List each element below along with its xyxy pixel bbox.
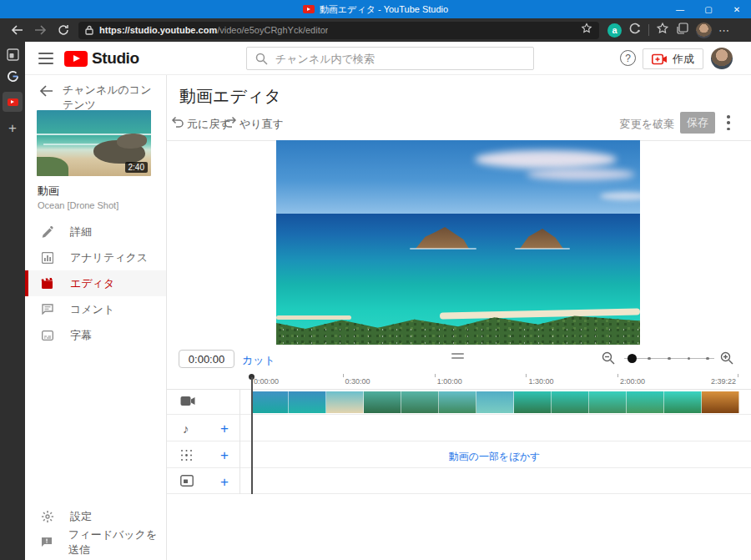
refresh-icon[interactable] (52, 20, 75, 40)
sidebar-item-feedback[interactable]: フィードバックを送信 (25, 529, 166, 555)
analytics-icon (40, 252, 54, 264)
timeline-tracks: ♪ + + 動画の一部をぼかす + (167, 390, 751, 494)
back-icon[interactable] (5, 20, 28, 40)
music-note-icon: ♪ (183, 421, 189, 436)
browser-profile-avatar[interactable] (696, 23, 712, 38)
sidebar-item-analytics[interactable]: アナリティクス (25, 245, 166, 270)
thumb-rocks (117, 134, 147, 149)
timeline-controls: 0:00:00 カット (167, 345, 751, 372)
video-track[interactable] (167, 390, 751, 415)
timeline-ruler[interactable]: 0:00:00 0:30:00 1:00:00 1:30:00 2:00:00 … (167, 371, 751, 390)
zoom-slider-dot[interactable] (706, 357, 709, 361)
create-button[interactable]: 作成 (643, 48, 703, 69)
video-kind-label: 動画 (38, 184, 59, 199)
zoom-in-icon[interactable] (720, 351, 733, 368)
playhead-line[interactable] (251, 377, 253, 494)
studio-logo[interactable]: Studio (64, 49, 139, 68)
redo-icon[interactable] (224, 116, 237, 131)
zoom-slider-dot[interactable] (648, 357, 651, 361)
add-endscreen-button[interactable]: + (217, 475, 232, 489)
gear-icon (40, 511, 54, 522)
filmstrip-frame[interactable] (289, 391, 326, 413)
favorites-icon[interactable] (656, 22, 669, 38)
zoom-out-icon[interactable] (602, 351, 615, 368)
sidebar-item-comments[interactable]: コメント (25, 296, 166, 322)
pencil-icon (40, 226, 54, 238)
filmstrip[interactable] (251, 391, 739, 413)
ruler-tick: 2:00:00 (617, 374, 618, 377)
audio-track[interactable]: ♪ + (167, 415, 751, 441)
sidebar-item-label: 設定 (70, 509, 92, 524)
filmstrip-frame[interactable] (664, 391, 702, 413)
new-tab-plus-icon[interactable]: + (8, 121, 17, 135)
videocam-icon (180, 395, 195, 410)
help-icon[interactable]: ? (620, 50, 636, 66)
sidebar-item-editor[interactable]: エディタ (25, 270, 166, 296)
filmstrip-frame[interactable] (439, 391, 476, 413)
video-title-label: Ocean [Drone Shot] (38, 200, 118, 210)
kebab-menu-icon[interactable] (723, 114, 734, 131)
tab-pane-icon[interactable] (7, 48, 19, 61)
search-input[interactable] (275, 53, 525, 65)
settings-more-icon[interactable]: ⋯ (718, 24, 730, 37)
forward-icon[interactable] (28, 20, 52, 40)
back-arrow-icon[interactable] (39, 85, 53, 100)
sidebar-item-details[interactable]: 詳細 (25, 219, 166, 245)
menu-hamburger-icon[interactable] (38, 53, 53, 64)
filmstrip-frame[interactable] (514, 391, 552, 413)
save-button[interactable]: 保存 (680, 112, 715, 134)
browser-navbar: https://studio.youtube.com/video/e5oyCRg… (0, 18, 751, 42)
filmstrip-frame[interactable] (627, 391, 664, 413)
filmstrip-frame[interactable] (401, 391, 439, 413)
cloud (527, 169, 635, 180)
minimize-button[interactable]: — (666, 0, 694, 18)
zoom-slider-dot[interactable] (668, 357, 671, 361)
create-button-label: 作成 (673, 52, 694, 67)
endscreen-track[interactable]: + (167, 468, 751, 494)
cut-button[interactable]: カット (242, 353, 275, 368)
filmstrip-frame[interactable] (476, 391, 514, 413)
timecode-input[interactable]: 0:00:00 (179, 350, 234, 368)
zoom-slider-track[interactable] (624, 358, 714, 359)
studio-header: Studio ? 作成 (25, 42, 751, 75)
filmstrip-frame[interactable] (251, 391, 289, 413)
window-controls: — ▢ ✕ (666, 0, 751, 18)
sidebar-menu: 詳細 アナリティクス エディタ コメント 字幕 (25, 219, 166, 348)
studio-logo-text: Studio (92, 49, 139, 68)
google-tab-icon[interactable] (7, 70, 19, 83)
video-preview[interactable] (276, 140, 640, 345)
account-avatar[interactable] (711, 48, 733, 69)
channel-content-label[interactable]: チャンネルのコンテンツ (63, 83, 159, 112)
extension-c-icon[interactable] (628, 22, 642, 38)
filmstrip-frame[interactable] (589, 391, 627, 413)
add-audio-button[interactable]: + (217, 421, 232, 436)
youtube-tab-icon (8, 98, 18, 106)
close-button[interactable]: ✕ (723, 0, 751, 18)
zoom-slider-dot[interactable] (688, 357, 691, 361)
redo-label[interactable]: やり直す (239, 117, 284, 132)
sidebar-item-settings[interactable]: 設定 (25, 503, 166, 529)
extension-a-icon[interactable]: a (607, 23, 622, 38)
maximize-button[interactable]: ▢ (694, 0, 723, 18)
youtube-tab-active[interactable] (3, 92, 23, 112)
filmstrip-frame[interactable] (702, 391, 739, 413)
collections-icon[interactable] (676, 22, 689, 38)
blur-video-link[interactable]: 動画の一部をぼかす (251, 450, 738, 464)
zoom-slider-knob[interactable] (628, 354, 637, 363)
add-blur-button[interactable]: + (217, 448, 232, 462)
youtube-favicon-icon (303, 5, 315, 13)
blur-track[interactable]: + 動画の一部をぼかす (167, 441, 751, 468)
discard-changes-button[interactable]: 変更を破棄 (620, 117, 674, 132)
browser-tab[interactable]: 動画エディタ - YouTube Studio (0, 0, 751, 18)
undo-icon[interactable] (171, 116, 184, 131)
panel-drag-handle[interactable] (451, 353, 464, 359)
filmstrip-frame[interactable] (326, 391, 364, 413)
sidebar-item-subtitles[interactable]: 字幕 (25, 322, 166, 348)
channel-search[interactable] (246, 47, 534, 70)
video-thumbnail[interactable]: 2:40 (37, 110, 151, 176)
address-bar[interactable]: https://studio.youtube.com/video/e5oyCRg… (78, 22, 599, 39)
filmstrip-frame[interactable] (552, 391, 589, 413)
sidebar-item-label: フィードバックを送信 (68, 527, 166, 557)
favorite-star-icon[interactable] (581, 23, 592, 38)
filmstrip-frame[interactable] (364, 391, 401, 413)
